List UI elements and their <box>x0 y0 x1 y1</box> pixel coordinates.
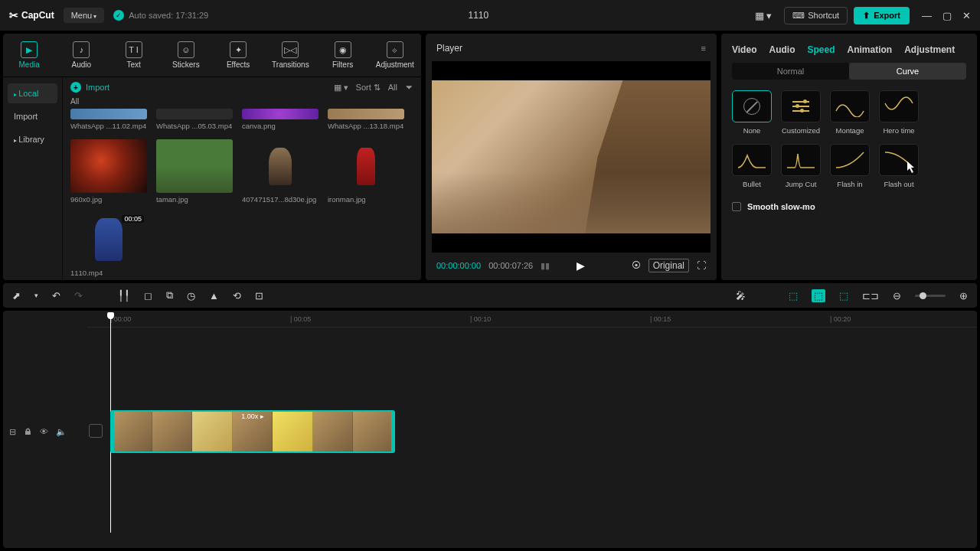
shortcut-button[interactable]: ⌨Shortcut <box>784 7 848 24</box>
snapshot-icon[interactable]: ⦿ <box>632 260 641 271</box>
curve-flash-in[interactable]: Flash in <box>830 144 870 188</box>
media-thumb[interactable]: WhatsApp ...13.18.mp4 <box>328 109 404 130</box>
time-duration: 00:00:07:26 <box>488 261 533 270</box>
copy-tool[interactable]: ⧉ <box>166 289 173 302</box>
media-panel: ▶Media♪AudioT IText☺Stickers✦Effects▷◁Tr… <box>3 34 421 280</box>
curve-montage[interactable]: Montage <box>830 90 870 135</box>
player-menu-icon[interactable]: ≡ <box>701 44 706 53</box>
media-thumb[interactable]: ironman.jpg <box>328 139 404 204</box>
close-button[interactable]: ✕ <box>962 10 971 21</box>
preview-viewport[interactable] <box>432 61 710 253</box>
add-track-button[interactable] <box>89 424 103 438</box>
cursor-tool[interactable]: ⬈ <box>12 290 21 302</box>
mirror-tool[interactable]: ▲ <box>209 290 219 302</box>
grid-view-button[interactable]: ▦ ▾ <box>334 83 348 93</box>
curve-jump-cut[interactable]: Jump Cut <box>781 144 821 188</box>
export-button[interactable]: ⬆Export <box>854 7 910 24</box>
media-thumb[interactable]: 960x0.jpg <box>70 139 147 204</box>
media-thumb[interactable]: canva.png <box>242 109 318 130</box>
cursor-dropdown[interactable]: ▾ <box>34 292 38 299</box>
media-thumb[interactable]: 00:051110.mp4 <box>70 213 147 277</box>
tab-media[interactable]: ▶Media <box>3 38 55 72</box>
layout-icon[interactable]: ▦ ▾ <box>749 7 779 24</box>
speed-tool[interactable]: ◷ <box>187 290 195 302</box>
tab-adjustment[interactable]: ⟐Adjustment <box>369 38 421 72</box>
sidenav-library[interactable]: Library <box>8 129 57 149</box>
tab-transitions[interactable]: ▷◁Transitions <box>264 38 316 72</box>
inspector-panel: VideoAudioSpeedAnimationAdjustment Norma… <box>721 34 977 280</box>
track-toggle-2[interactable]: ⬚ <box>812 289 825 302</box>
zoom-out[interactable]: ⊖ <box>893 290 901 302</box>
stickers-icon: ☺ <box>178 41 194 58</box>
curve-customized[interactable]: Customized <box>781 90 821 135</box>
time-current: 00:00:00:00 <box>436 261 481 270</box>
inspector-tab-animation[interactable]: Animation <box>847 44 892 55</box>
sort-button[interactable]: Sort ⇅ <box>356 83 381 93</box>
ruler-mark: | 00:15 <box>650 315 671 323</box>
rotate-tool[interactable]: ⟲ <box>233 290 241 302</box>
scissors-icon: ✂ <box>9 9 18 21</box>
app-logo: ✂ CapCut <box>9 9 54 21</box>
speed-subtab-normal[interactable]: Normal <box>732 63 849 80</box>
timeline[interactable]: | 00:00| 00:05| 00:10| 00:15| 00:20 ⊟ 🔒︎… <box>3 311 977 548</box>
timeline-ruler[interactable]: | 00:00| 00:05| 00:10| 00:15| 00:20 <box>87 314 977 328</box>
original-badge[interactable]: Original <box>648 259 689 272</box>
filter-all-button[interactable]: All <box>388 83 397 93</box>
track-toggle-3[interactable]: ⬚ <box>839 290 848 302</box>
tab-stickers[interactable]: ☺Stickers <box>160 38 212 72</box>
crop-tool[interactable]: ◻ <box>144 290 152 302</box>
filter-icon[interactable]: ⏷ <box>405 83 413 93</box>
sidenav-local[interactable]: Local <box>8 83 57 103</box>
import-button[interactable]: + Import <box>70 82 109 93</box>
player-title: Player <box>436 43 462 54</box>
speed-subtab-curve[interactable]: Curve <box>849 63 966 80</box>
menu-button[interactable]: Menu▾ <box>64 8 105 23</box>
compare-icon[interactable]: ▮▮ <box>541 261 550 271</box>
sidenav-import[interactable]: Import <box>8 106 57 126</box>
tab-filters[interactable]: ◉Filters <box>317 38 369 72</box>
track-split[interactable]: ⊏⊐ <box>862 290 879 302</box>
split-tool[interactable]: ╿╿ <box>118 290 130 302</box>
minimize-button[interactable]: — <box>922 10 932 21</box>
zoom-in[interactable]: ⊕ <box>959 290 968 302</box>
all-label: All <box>70 97 413 106</box>
mic-icon[interactable]: 🎤︎ <box>736 290 746 302</box>
inspector-tab-video[interactable]: Video <box>732 44 756 55</box>
media-thumb[interactable]: WhatsApp ...11.02.mp4 <box>70 109 147 130</box>
media-thumb[interactable]: WhatsApp ...05.03.mp4 <box>156 109 233 130</box>
timeline-toolbar: ⬈ ▾ ↶ ↷ ╿╿ ◻ ⧉ ◷ ▲ ⟲ ⊡ 🎤︎ ⬚ ⬚ ⬚ ⊏⊐ ⊖ ⊕ <box>3 283 977 308</box>
track-lock-icon[interactable]: 🔒︎ <box>24 427 32 437</box>
tab-effects[interactable]: ✦Effects <box>212 38 264 72</box>
timeline-scrollbar[interactable] <box>80 540 962 545</box>
crop2-tool[interactable]: ⊡ <box>255 290 263 302</box>
media-thumb[interactable]: 407471517...8d30e.jpg <box>242 139 318 204</box>
plus-icon: + <box>70 82 81 93</box>
inspector-tab-adjustment[interactable]: Adjustment <box>904 44 955 55</box>
fullscreen-icon[interactable]: ⛶ <box>697 260 706 271</box>
undo-button[interactable]: ↶ <box>52 290 60 302</box>
track-toggle-1[interactable]: ⬚ <box>789 290 798 302</box>
curve-bullet[interactable]: Bullet <box>732 144 772 188</box>
media-thumb[interactable]: taman.jpg <box>156 139 233 204</box>
ruler-mark: | 00:10 <box>470 315 491 323</box>
curve-flash-out[interactable]: Flash out <box>879 144 919 188</box>
track-expand-icon[interactable]: ⊟ <box>9 427 16 437</box>
tab-text[interactable]: T IText <box>108 38 160 72</box>
track-eye-icon[interactable]: 👁 <box>40 427 48 437</box>
timeline-clip[interactable]: 1.00x ▸ <box>110 410 395 453</box>
maximize-button[interactable]: ▢ <box>942 10 952 21</box>
effects-icon: ✦ <box>230 41 247 58</box>
project-title: 1110 <box>217 10 739 21</box>
track-controls: ⊟ 🔒︎ 👁 🔈 <box>9 427 67 437</box>
tab-audio[interactable]: ♪Audio <box>55 38 107 72</box>
inspector-tab-speed[interactable]: Speed <box>807 44 835 55</box>
curve-none[interactable]: None <box>732 90 772 135</box>
smooth-slowmo-checkbox[interactable] <box>732 202 741 211</box>
redo-button[interactable]: ↷ <box>74 290 83 302</box>
media-side-nav: LocalImportLibrary <box>3 77 63 280</box>
inspector-tab-audio[interactable]: Audio <box>769 44 795 55</box>
play-button[interactable]: ▶ <box>577 259 585 272</box>
curve-hero-time[interactable]: Hero time <box>879 90 919 135</box>
track-mute-icon[interactable]: 🔈 <box>56 427 67 437</box>
zoom-slider[interactable] <box>915 295 946 297</box>
